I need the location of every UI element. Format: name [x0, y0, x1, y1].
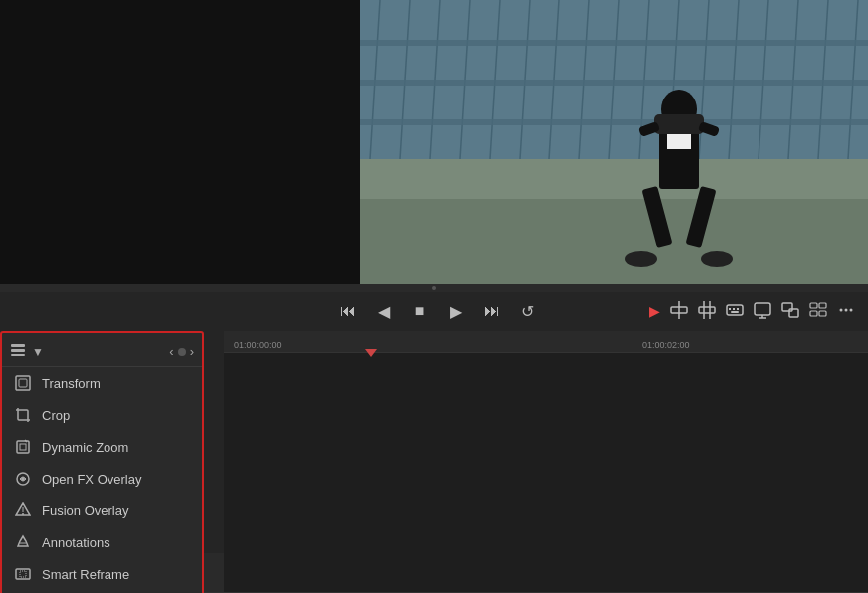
menu-header: ▼ ‹ ›: [2, 337, 202, 367]
fusion-icon: [14, 501, 32, 519]
fusion-overlay-label: Fusion Overlay: [42, 503, 128, 518]
skip-forward-button[interactable]: ⏭: [478, 297, 506, 325]
svg-rect-60: [19, 379, 27, 387]
divider-handle: [432, 286, 436, 290]
controls-center[interactable]: ⏮ ◀ ■ ▶ ⏭ ↺: [233, 297, 642, 325]
crop-label: Crop: [42, 408, 70, 423]
menu-prev-arrow[interactable]: ‹: [169, 344, 173, 359]
svg-point-73: [22, 513, 24, 515]
svg-rect-67: [20, 444, 26, 450]
svg-rect-66: [17, 441, 29, 453]
more-tool[interactable]: [834, 298, 858, 325]
svg-point-54: [845, 308, 848, 311]
smart-reframe-icon: [14, 565, 32, 583]
cursor-tool[interactable]: ▶: [646, 300, 663, 322]
video-content: [360, 0, 868, 284]
menu-next-arrow[interactable]: ›: [190, 344, 194, 359]
svg-point-53: [840, 308, 843, 311]
menu-item-open-fx[interactable]: Open FX Overlay: [2, 463, 202, 494]
dynamic-zoom-icon: [14, 438, 32, 456]
svg-rect-50: [819, 303, 826, 308]
svg-rect-61: [18, 410, 28, 420]
menu-dot: [178, 348, 186, 356]
menu-item-annotations[interactable]: Annotations: [2, 526, 202, 558]
svg-rect-51: [810, 311, 817, 316]
svg-rect-56: [11, 344, 25, 347]
clip-trim-tool[interactable]: [667, 298, 691, 325]
svg-rect-47: [782, 303, 792, 311]
svg-rect-76: [20, 571, 26, 577]
timeline-ruler: 01:00:00:00 01:00:02:00: [224, 331, 868, 353]
svg-point-55: [850, 308, 853, 311]
playhead-top: [365, 349, 377, 357]
tool-icons: ▶: [646, 298, 858, 325]
svg-rect-48: [789, 309, 798, 317]
monitor-multi-tool[interactable]: [806, 298, 830, 325]
transform-label: Transform: [42, 376, 101, 391]
play-button[interactable]: ▶: [442, 297, 470, 325]
step-back-button[interactable]: ◀: [370, 297, 398, 325]
svg-point-33: [701, 251, 733, 267]
annotations-label: Annotations: [42, 535, 110, 550]
svg-rect-41: [733, 308, 735, 310]
menu-item-fusion-overlay[interactable]: Fusion Overlay: [2, 494, 202, 526]
timeline-ruler-area: 01:00:00:00 01:00:02:00: [224, 331, 868, 553]
svg-rect-36: [699, 307, 715, 313]
menu-header-icon: [10, 342, 26, 361]
menu-item-dynamic-zoom[interactable]: Dynamic Zoom: [2, 431, 202, 463]
svg-rect-19: [360, 40, 868, 46]
menu-item-transform[interactable]: Transform: [2, 367, 202, 399]
timeline-area: ▼ ‹ › Transform Crop: [0, 331, 868, 553]
stop-button[interactable]: ■: [406, 297, 434, 325]
divider-bar: [0, 284, 868, 292]
svg-rect-26: [654, 114, 704, 134]
menu-item-smart-reframe[interactable]: Smart Reframe: [2, 558, 202, 590]
monitor-tool[interactable]: [751, 298, 774, 325]
menu-header-dropdown-arrow[interactable]: ▼: [32, 345, 44, 359]
crop-icon: [14, 406, 32, 424]
menu-nav-arrows: ‹ ›: [169, 344, 194, 359]
clip-trim-alt-tool[interactable]: [695, 298, 719, 325]
svg-rect-40: [729, 308, 731, 310]
open-fx-icon: [14, 470, 32, 488]
svg-rect-23: [360, 199, 868, 284]
open-fx-label: Open FX Overlay: [42, 472, 141, 487]
svg-rect-42: [737, 308, 739, 310]
svg-rect-20: [360, 80, 868, 86]
ruler-mark-0: 01:00:00:00: [234, 340, 282, 350]
video-svg: [360, 0, 868, 284]
svg-rect-59: [16, 376, 30, 390]
ruler-mark-1: 01:00:02:00: [642, 340, 690, 350]
dynamic-zoom-label: Dynamic Zoom: [42, 440, 128, 455]
controls-bar: ⏮ ◀ ■ ▶ ⏭ ↺ ▶: [0, 292, 868, 331]
preview-area: [0, 0, 868, 284]
preview-left: [0, 0, 360, 284]
dropdown-menu[interactable]: ▼ ‹ › Transform Crop: [0, 331, 204, 593]
svg-rect-58: [11, 354, 25, 356]
svg-rect-43: [731, 311, 739, 313]
svg-point-70: [21, 477, 25, 481]
monitor-alt-tool[interactable]: [778, 298, 802, 325]
transform-icon: [14, 374, 32, 392]
keyboard-tool[interactable]: [723, 298, 747, 325]
loop-button[interactable]: ↺: [514, 297, 542, 325]
annotations-icon: [14, 533, 32, 551]
menu-item-crop[interactable]: Crop: [2, 399, 202, 431]
svg-rect-27: [667, 134, 691, 149]
svg-point-32: [625, 251, 657, 267]
svg-rect-49: [810, 303, 817, 308]
svg-rect-52: [819, 311, 826, 316]
svg-rect-44: [755, 303, 770, 315]
svg-rect-57: [11, 349, 25, 352]
svg-rect-21: [360, 119, 868, 125]
timeline-left-panel: ▼ ‹ › Transform Crop: [0, 331, 224, 553]
smart-reframe-label: Smart Reframe: [42, 567, 129, 582]
preview-video: [360, 0, 868, 284]
track-timeline-content: [224, 553, 868, 593]
skip-back-button[interactable]: ⏮: [334, 297, 362, 325]
